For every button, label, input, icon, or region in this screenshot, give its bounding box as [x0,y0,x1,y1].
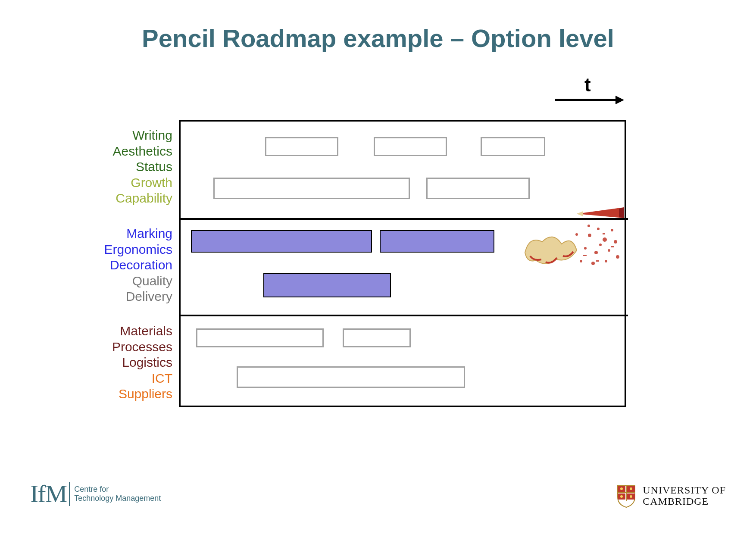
label-growth: Growth [43,175,172,191]
bar-top-1 [265,137,338,156]
row-separator-2 [179,315,628,316]
svg-point-6 [597,228,600,230]
svg-rect-22 [596,260,599,262]
label-suppliers: Suppliers [43,386,172,402]
bar-top-3 [481,137,545,156]
label-decoration: Decoration [43,257,172,273]
ifm-subtext-line1: Centre for [74,485,109,493]
svg-marker-1 [615,96,624,104]
svg-point-31 [630,487,632,490]
svg-point-18 [599,244,602,246]
label-logistics: Logistics [43,355,172,371]
svg-rect-23 [611,246,614,247]
ifm-subtext: Centre for Technology Management [74,485,161,503]
slide: Pencil Roadmap example – Option level t … [0,0,756,534]
svg-point-33 [630,495,632,498]
svg-rect-21 [603,233,605,234]
svg-point-17 [611,229,613,231]
svg-point-32 [620,495,623,498]
svg-point-10 [608,249,610,252]
svg-point-13 [591,262,595,265]
slide-title: Pencil Roadmap example – Option level [0,24,756,53]
cambridge-text: UNIVERSITY OF CAMBRIDGE [643,485,726,507]
row-labels-column: Writing Aesthetics Status Growth Capabil… [43,120,172,407]
row-bottom-labels: Materials Processes Logistics ICT Suppli… [43,323,172,402]
time-arrow-icon [555,95,624,105]
ifm-subtext-line2: Technology Management [74,494,161,503]
footer-ifm-logo: IfM Centre for Technology Management [30,479,161,508]
cambridge-text-line2: CAMBRIDGE [643,496,709,507]
label-processes: Processes [43,339,172,355]
footer-cambridge-logo: UNIVERSITY OF CAMBRIDGE [616,484,726,508]
label-materials: Materials [43,323,172,339]
svg-point-7 [603,237,607,242]
svg-point-12 [580,260,582,262]
ifm-separator-icon [69,482,70,506]
bar-top-4 [213,178,410,199]
svg-point-16 [575,233,578,236]
time-axis-label: t [584,74,591,96]
label-ict: ICT [43,371,172,387]
label-status: Status [43,159,172,175]
bar-bot-1 [196,328,324,347]
bar-top-5 [426,178,530,199]
label-quality: Quality [43,273,172,289]
row-middle-labels: Marking Ergonomics Decoration Quality De… [43,226,172,305]
svg-marker-3 [577,211,583,216]
label-ergonomics: Ergonomics [43,242,172,258]
cambridge-text-line1: UNIVERSITY OF [643,484,726,496]
svg-point-9 [594,251,598,254]
svg-point-11 [614,240,617,244]
svg-marker-4 [619,207,624,218]
bar-top-2 [374,137,447,156]
time-axis: t [555,78,624,103]
label-marking: Marking [43,226,172,242]
svg-rect-20 [583,255,587,256]
svg-marker-2 [577,207,624,218]
label-capability: Capability [43,190,172,206]
bar-bot-2 [343,328,411,347]
bar-bot-3 [237,366,465,388]
bar-mid-3 [263,273,391,297]
label-aesthetics: Aesthetics [43,144,172,159]
svg-point-19 [587,225,590,227]
bar-mid-2 [380,230,494,253]
pencil-shavings-image [512,205,624,274]
label-delivery: Delivery [43,289,172,305]
svg-point-8 [584,247,587,250]
svg-point-5 [588,234,591,237]
label-writing: Writing [43,128,172,144]
svg-point-14 [605,260,607,262]
cambridge-shield-icon [616,484,637,508]
svg-point-15 [616,255,619,259]
ifm-wordmark: IfM [30,479,66,508]
bar-mid-1 [191,230,372,253]
svg-point-30 [620,487,623,490]
row-top-labels: Writing Aesthetics Status Growth Capabil… [43,128,172,206]
